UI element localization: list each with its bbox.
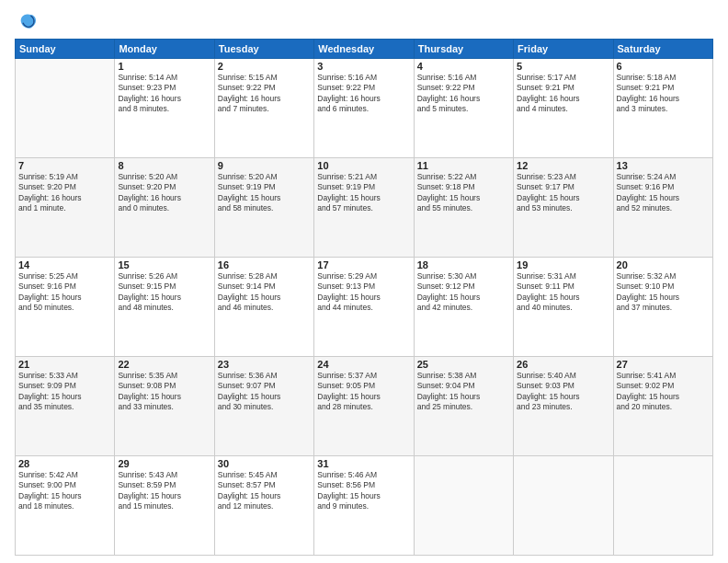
calendar-cell: 7Sunrise: 5:19 AM Sunset: 9:20 PM Daylig… — [16, 158, 115, 258]
day-info: Sunrise: 5:16 AM Sunset: 9:22 PM Dayligh… — [417, 73, 510, 115]
calendar-week-row: 14Sunrise: 5:25 AM Sunset: 9:16 PM Dayli… — [16, 258, 713, 357]
calendar-cell: 9Sunrise: 5:20 AM Sunset: 9:19 PM Daylig… — [214, 158, 313, 258]
calendar-cell — [613, 456, 712, 556]
day-info: Sunrise: 5:16 AM Sunset: 9:22 PM Dayligh… — [317, 73, 410, 115]
calendar-cell: 6Sunrise: 5:18 AM Sunset: 9:21 PM Daylig… — [613, 59, 712, 158]
calendar-cell: 4Sunrise: 5:16 AM Sunset: 9:22 PM Daylig… — [414, 59, 513, 158]
day-info: Sunrise: 5:26 AM Sunset: 9:15 PM Dayligh… — [118, 271, 210, 314]
day-number: 12 — [517, 160, 609, 171]
day-number: 16 — [218, 259, 311, 270]
calendar-cell: 25Sunrise: 5:38 AM Sunset: 9:04 PM Dayli… — [414, 357, 513, 456]
day-number: 13 — [617, 160, 710, 171]
day-number: 1 — [118, 61, 210, 72]
calendar-cell: 28Sunrise: 5:42 AM Sunset: 9:00 PM Dayli… — [16, 456, 115, 556]
calendar-cell: 12Sunrise: 5:23 AM Sunset: 9:17 PM Dayli… — [514, 158, 613, 258]
weekday-header-wednesday: Wednesday — [314, 40, 414, 59]
calendar-cell — [16, 59, 115, 158]
logo — [15, 11, 39, 33]
calendar-week-row: 28Sunrise: 5:42 AM Sunset: 9:00 PM Dayli… — [16, 456, 713, 556]
day-info: Sunrise: 5:46 AM Sunset: 8:56 PM Dayligh… — [317, 470, 410, 512]
day-info: Sunrise: 5:17 AM Sunset: 9:21 PM Dayligh… — [517, 73, 609, 115]
day-info: Sunrise: 5:35 AM Sunset: 9:08 PM Dayligh… — [118, 371, 210, 413]
day-number: 14 — [18, 259, 111, 270]
weekday-header-row: SundayMondayTuesdayWednesdayThursdayFrid… — [16, 40, 713, 59]
weekday-header-friday: Friday — [514, 40, 613, 59]
day-info: Sunrise: 5:25 AM Sunset: 9:16 PM Dayligh… — [18, 271, 111, 314]
day-info: Sunrise: 5:32 AM Sunset: 9:10 PM Dayligh… — [617, 271, 710, 314]
calendar-page: SundayMondayTuesdayWednesdayThursdayFrid… — [0, 0, 728, 563]
calendar-cell: 16Sunrise: 5:28 AM Sunset: 9:14 PM Dayli… — [214, 258, 313, 357]
calendar-cell: 27Sunrise: 5:41 AM Sunset: 9:02 PM Dayli… — [613, 357, 712, 456]
day-info: Sunrise: 5:20 AM Sunset: 9:20 PM Dayligh… — [118, 172, 210, 214]
day-info: Sunrise: 5:21 AM Sunset: 9:19 PM Dayligh… — [317, 172, 410, 214]
day-number: 20 — [617, 259, 710, 270]
day-number: 11 — [417, 160, 510, 171]
weekday-header-tuesday: Tuesday — [214, 40, 313, 59]
day-info: Sunrise: 5:29 AM Sunset: 9:13 PM Dayligh… — [317, 271, 410, 314]
day-number: 27 — [617, 359, 710, 370]
day-number: 9 — [218, 160, 311, 171]
calendar-cell: 17Sunrise: 5:29 AM Sunset: 9:13 PM Dayli… — [314, 258, 414, 357]
day-info: Sunrise: 5:40 AM Sunset: 9:03 PM Dayligh… — [517, 371, 609, 413]
day-info: Sunrise: 5:33 AM Sunset: 9:09 PM Dayligh… — [18, 371, 111, 413]
calendar-cell: 29Sunrise: 5:43 AM Sunset: 8:59 PM Dayli… — [115, 456, 214, 556]
day-number: 28 — [18, 458, 111, 469]
day-number: 30 — [218, 458, 311, 469]
day-number: 23 — [218, 359, 311, 370]
calendar-cell: 13Sunrise: 5:24 AM Sunset: 9:16 PM Dayli… — [613, 158, 712, 258]
calendar-table: SundayMondayTuesdayWednesdayThursdayFrid… — [15, 39, 713, 556]
day-number: 18 — [417, 259, 510, 270]
day-number: 4 — [417, 61, 510, 72]
day-number: 8 — [118, 160, 210, 171]
day-info: Sunrise: 5:20 AM Sunset: 9:19 PM Dayligh… — [218, 172, 311, 214]
weekday-header-monday: Monday — [115, 40, 214, 59]
day-number: 26 — [517, 359, 609, 370]
day-number: 6 — [617, 61, 710, 72]
calendar-cell: 19Sunrise: 5:31 AM Sunset: 9:11 PM Dayli… — [514, 258, 613, 357]
calendar-cell: 26Sunrise: 5:40 AM Sunset: 9:03 PM Dayli… — [514, 357, 613, 456]
calendar-cell: 10Sunrise: 5:21 AM Sunset: 9:19 PM Dayli… — [314, 158, 414, 258]
calendar-cell: 5Sunrise: 5:17 AM Sunset: 9:21 PM Daylig… — [514, 59, 613, 158]
calendar-cell — [414, 456, 513, 556]
calendar-cell: 3Sunrise: 5:16 AM Sunset: 9:22 PM Daylig… — [314, 59, 414, 158]
day-info: Sunrise: 5:18 AM Sunset: 9:21 PM Dayligh… — [617, 73, 710, 115]
day-number: 17 — [317, 259, 410, 270]
calendar-week-row: 21Sunrise: 5:33 AM Sunset: 9:09 PM Dayli… — [16, 357, 713, 456]
day-info: Sunrise: 5:45 AM Sunset: 8:57 PM Dayligh… — [218, 470, 311, 512]
day-number: 25 — [417, 359, 510, 370]
calendar-cell: 31Sunrise: 5:46 AM Sunset: 8:56 PM Dayli… — [314, 456, 414, 556]
calendar-cell: 15Sunrise: 5:26 AM Sunset: 9:15 PM Dayli… — [115, 258, 214, 357]
day-info: Sunrise: 5:31 AM Sunset: 9:11 PM Dayligh… — [517, 271, 609, 314]
day-number: 15 — [118, 259, 210, 270]
calendar-cell — [514, 456, 613, 556]
day-info: Sunrise: 5:22 AM Sunset: 9:18 PM Dayligh… — [417, 172, 510, 214]
day-info: Sunrise: 5:19 AM Sunset: 9:20 PM Dayligh… — [18, 172, 111, 214]
day-number: 19 — [517, 259, 609, 270]
day-number: 22 — [118, 359, 210, 370]
day-info: Sunrise: 5:14 AM Sunset: 9:23 PM Dayligh… — [118, 73, 210, 115]
day-info: Sunrise: 5:23 AM Sunset: 9:17 PM Dayligh… — [517, 172, 609, 214]
header — [15, 11, 713, 33]
day-number: 29 — [118, 458, 210, 469]
day-info: Sunrise: 5:24 AM Sunset: 9:16 PM Dayligh… — [617, 172, 710, 214]
day-info: Sunrise: 5:15 AM Sunset: 9:22 PM Dayligh… — [218, 73, 311, 115]
weekday-header-sunday: Sunday — [16, 40, 115, 59]
day-info: Sunrise: 5:41 AM Sunset: 9:02 PM Dayligh… — [617, 371, 710, 413]
calendar-cell: 23Sunrise: 5:36 AM Sunset: 9:07 PM Dayli… — [214, 357, 313, 456]
weekday-header-thursday: Thursday — [414, 40, 513, 59]
calendar-cell: 21Sunrise: 5:33 AM Sunset: 9:09 PM Dayli… — [16, 357, 115, 456]
day-number: 31 — [317, 458, 410, 469]
day-number: 24 — [317, 359, 410, 370]
day-number: 3 — [317, 61, 410, 72]
day-info: Sunrise: 5:36 AM Sunset: 9:07 PM Dayligh… — [218, 371, 311, 413]
calendar-week-row: 1Sunrise: 5:14 AM Sunset: 9:23 PM Daylig… — [16, 59, 713, 158]
calendar-cell: 1Sunrise: 5:14 AM Sunset: 9:23 PM Daylig… — [115, 59, 214, 158]
weekday-header-saturday: Saturday — [613, 40, 712, 59]
calendar-cell: 22Sunrise: 5:35 AM Sunset: 9:08 PM Dayli… — [115, 357, 214, 456]
day-info: Sunrise: 5:43 AM Sunset: 8:59 PM Dayligh… — [118, 470, 210, 512]
calendar-cell: 2Sunrise: 5:15 AM Sunset: 9:22 PM Daylig… — [214, 59, 313, 158]
day-info: Sunrise: 5:28 AM Sunset: 9:14 PM Dayligh… — [218, 271, 311, 314]
day-number: 21 — [18, 359, 111, 370]
calendar-week-row: 7Sunrise: 5:19 AM Sunset: 9:20 PM Daylig… — [16, 158, 713, 258]
logo-icon — [17, 11, 39, 33]
